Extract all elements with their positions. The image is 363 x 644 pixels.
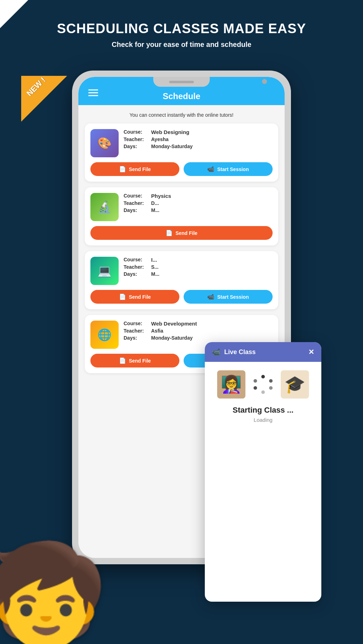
app-title: Schedule [163,88,201,101]
svg-point-0 [261,375,265,378]
course-image-web-designing [90,129,119,157]
teacher-row-2: Teacher: D... [124,200,273,206]
course-label-2: Course: [124,193,148,199]
days-label-1: Days: [124,144,148,149]
teacher-value-1: Ayesha [151,136,168,142]
modal-loading-text: Loading [254,417,272,423]
course-name-value-1: Web Designing [151,129,189,135]
course-image-coding [90,257,119,285]
course-name-row-3: Course: I... [124,257,273,263]
send-file-label-3: Send File [129,294,151,300]
days-row-4: Days: Monday-Saturday [124,335,273,341]
send-file-icon-1: 📄 [119,166,126,172]
course-details-3: Course: I... Teacher: S... Days: M... [124,257,273,278]
teacher-value-3: S... [151,264,159,270]
course-name-row-4: Course: Web Development [124,321,273,327]
days-label-3: Days: [124,271,148,277]
start-session-button-3[interactable]: 📹 Start Session [184,290,273,304]
days-row-3: Days: M... [124,271,273,277]
days-row-1: Days: Monday-Saturday [124,144,273,149]
svg-point-1 [269,379,273,383]
svg-point-4 [254,386,257,390]
course-name-value-4: Web Development [151,321,197,327]
teacher-label-1: Teacher: [124,136,148,142]
new-badge: NEW ! [21,76,67,122]
course-card-2: Course: Physics Teacher: D... Days: M... [85,187,278,245]
modal-header: 📹 Live Class ✕ [205,342,321,362]
video-icon-1: 📹 [207,166,214,172]
start-session-button-1[interactable]: 📹 Start Session [184,162,273,176]
course-info-row-1: Course: Web Designing Teacher: Ayesha Da… [90,129,273,157]
svg-point-3 [261,390,265,394]
course-info-row-2: Course: Physics Teacher: D... Days: M... [90,193,273,221]
sub-title: Check for your ease of time and schedule [7,41,356,49]
send-file-icon-2: 📄 [166,230,173,236]
teacher-label-4: Teacher: [124,328,148,334]
live-class-modal: 📹 Live Class ✕ 👩‍🏫 🎓 [205,342,321,602]
modal-avatars: 👩‍🏫 🎓 [217,370,309,399]
teacher-row-4: Teacher: Asfia [124,328,273,334]
modal-body: 👩‍🏫 🎓 Starting Class ... Loading [205,362,321,431]
teacher-value-2: D... [151,200,159,206]
course-name-value-3: I... [151,257,157,263]
course-details-4: Course: Web Development Teacher: Asfia D… [124,321,273,342]
start-session-label-3: Start Session [217,294,249,300]
days-value-1: Monday-Saturday [151,144,192,149]
course-image-physics [90,193,119,221]
send-file-button-3[interactable]: 📄 Send File [90,290,179,304]
send-file-button-1[interactable]: 📄 Send File [90,162,179,176]
days-value-4: Monday-Saturday [151,335,192,341]
course-label-3: Course: [124,257,148,263]
loading-dots [252,374,274,395]
course-info-row-3: Course: I... Teacher: S... Days: M... [90,257,273,285]
student-avatar: 🎓 [281,370,309,399]
course-name-row-1: Course: Web Designing [124,129,273,135]
teacher-avatar: 👩‍🏫 [217,370,245,399]
course-name-value-2: Physics [151,193,171,199]
send-file-label-1: Send File [129,166,151,172]
days-value-2: M... [151,207,159,213]
teacher-label-3: Teacher: [124,264,148,270]
hamburger-menu[interactable] [88,86,98,96]
child-emoji: 🧒 [0,545,108,644]
teacher-label-2: Teacher: [124,200,148,206]
modal-video-icon: 📹 [212,348,221,356]
card-actions-2: 📄 Send File [90,226,273,240]
send-file-label-2: Send File [175,230,197,236]
connect-text: You can connect instantly with the onlin… [85,112,278,118]
course-card-3: Course: I... Teacher: S... Days: M... [85,251,278,309]
days-label-4: Days: [124,335,148,341]
teacher-value-4: Asfia [151,328,163,334]
send-file-icon-3: 📄 [119,293,126,300]
child-illustration: 🧒 [0,468,95,644]
start-session-label-1: Start Session [217,166,249,172]
course-details-2: Course: Physics Teacher: D... Days: M... [124,193,273,214]
course-image-webdev [90,321,119,349]
days-value-3: M... [151,271,159,277]
video-icon-3: 📹 [207,293,214,300]
modal-starting-text: Starting Class ... [233,406,293,415]
course-name-row-2: Course: Physics [124,193,273,199]
teacher-row-1: Teacher: Ayesha [124,136,273,142]
modal-header-left: 📹 Live Class [212,348,256,356]
send-file-button-2[interactable]: 📄 Send File [90,226,273,240]
course-label-1: Course: [124,129,148,135]
main-title: SCHEDULING CLASSES MADE EASY [7,21,356,36]
send-file-button-4[interactable]: 📄 Send File [90,354,179,367]
course-details-1: Course: Web Designing Teacher: Ayesha Da… [124,129,273,151]
svg-point-2 [269,386,273,390]
course-card-1: Course: Web Designing Teacher: Ayesha Da… [85,123,278,182]
modal-close-button[interactable]: ✕ [308,348,314,356]
teacher-row-3: Teacher: S... [124,264,273,270]
card-actions-1: 📄 Send File 📹 Start Session [90,162,273,176]
card-actions-3: 📄 Send File 📹 Start Session [90,290,273,304]
svg-point-5 [254,379,257,383]
header-section: SCHEDULING CLASSES MADE EASY Check for y… [0,0,363,59]
course-label-4: Course: [124,321,148,327]
send-file-icon-4: 📄 [119,357,126,364]
days-label-2: Days: [124,207,148,213]
send-file-label-4: Send File [129,358,151,364]
modal-title: Live Class [224,348,256,356]
days-row-2: Days: M... [124,207,273,213]
